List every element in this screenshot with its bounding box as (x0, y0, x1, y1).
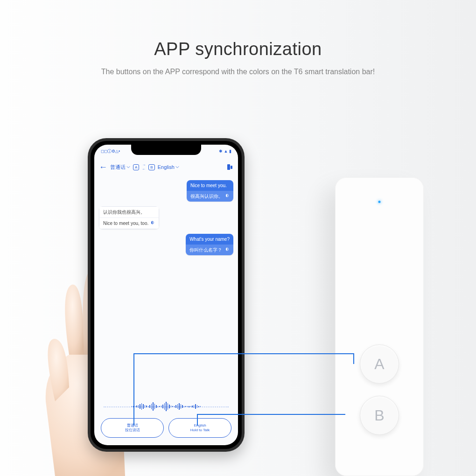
chat-area: Nice to meet you. 很高兴认识你。 认识你我也很高兴。 Nice… (94, 176, 238, 400)
headline-title: APP synchronization (0, 39, 476, 59)
language-a-label: 普通话 (110, 164, 126, 171)
chat-bubble[interactable]: Nice to meet you. 很高兴认识你。 (187, 180, 233, 202)
back-icon[interactable]: ← (99, 162, 107, 172)
phone-mockup: ◻◻ⓘ⚙△• ✱ ▲ ▮ ← 普通话 A →← B English (88, 138, 245, 452)
talk-b-hint: Hold to Talk (190, 428, 210, 433)
lang-b-badge: B (148, 164, 154, 170)
translator-device: A B (335, 177, 424, 476)
status-left-icons: ◻◻ⓘ⚙△• (101, 148, 120, 154)
headline-subtitle: The buttons on the APP correspond with t… (0, 68, 476, 76)
language-b-dropdown[interactable]: English (158, 164, 179, 170)
lang-a-badge: A (133, 164, 139, 170)
sound-icon[interactable] (150, 220, 155, 227)
language-a-dropdown[interactable]: 普通话 (110, 164, 130, 171)
status-right-icons: ✱ ▲ ▮ (219, 149, 231, 154)
headline-block: APP synchronization The buttons on the A… (0, 39, 476, 76)
bubble-text: 认识你我也很高兴。 (103, 209, 145, 216)
chat-bubble[interactable]: 认识你我也很高兴。 Nice to meet you, too. (99, 206, 159, 229)
waveform (104, 400, 229, 413)
chat-bubble[interactable]: What's your name? 你叫什么名字？ (186, 234, 233, 255)
phone-notch (131, 145, 201, 155)
bubble-text: What's your name? (189, 236, 230, 243)
talk-a-lang: 普通话 (127, 423, 138, 428)
device-button-a[interactable]: A (360, 344, 399, 384)
language-b-label: English (158, 164, 175, 170)
device-button-b-label: B (374, 407, 384, 424)
talk-a-hint: 按住说话 (125, 428, 140, 433)
device-button-b[interactable]: B (360, 396, 399, 435)
device-led (378, 201, 381, 203)
device-button-a-label: A (374, 356, 384, 373)
device-pair-icon[interactable] (226, 163, 233, 171)
talk-button-b[interactable]: English Hold to Talk (168, 418, 231, 438)
svg-rect-0 (227, 164, 230, 170)
bubble-text: Nice to meet you, too. (103, 220, 148, 227)
talk-button-bar: 普通话 按住说话 English Hold to Talk (94, 414, 238, 445)
sound-icon[interactable] (225, 246, 230, 253)
talk-b-lang: English (194, 423, 206, 428)
app-header: ← 普通话 A →← B English (94, 158, 238, 176)
swap-languages-icon[interactable]: →← (142, 163, 146, 171)
bubble-text: 很高兴认识你。 (190, 193, 223, 200)
svg-rect-1 (231, 166, 232, 169)
bubble-text: 你叫什么名字？ (189, 246, 222, 253)
bubble-text: Nice to meet you. (190, 182, 227, 189)
phone-screen: ◻◻ⓘ⚙△• ✱ ▲ ▮ ← 普通话 A →← B English (94, 145, 238, 445)
talk-button-a[interactable]: 普通话 按住说话 (101, 418, 164, 438)
sound-icon[interactable] (225, 193, 230, 200)
